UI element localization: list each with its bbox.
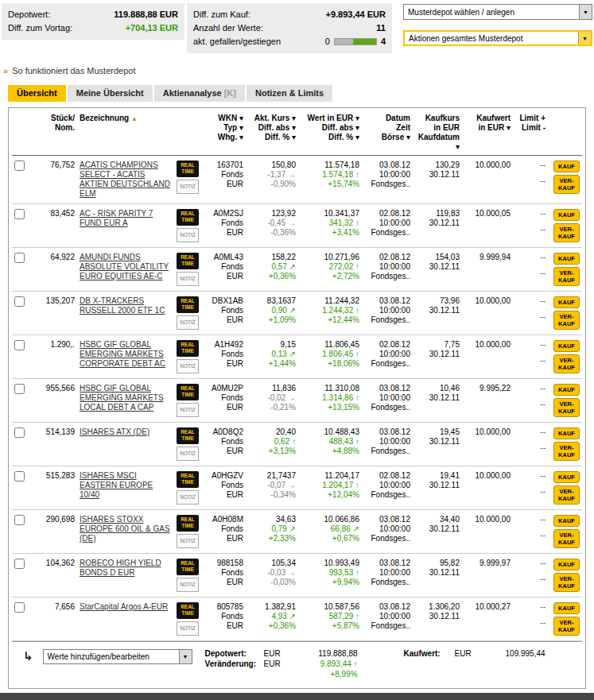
header-datum[interactable]: DatumZeitBörse ▾	[362, 110, 413, 156]
limit-minus-value: --	[515, 531, 545, 540]
gauge-label: akt. gefallen/gestiegen	[193, 35, 281, 48]
row-checkbox[interactable]	[14, 340, 25, 350]
header-kaufwert[interactable]: Kaufwertin EUR ▾	[462, 110, 513, 156]
tab-notizen-limits[interactable]: Notizen & Limits	[247, 85, 332, 102]
row-checkbox[interactable]	[14, 160, 25, 171]
header-bezeichnung[interactable]: Bezeichnung ▲	[77, 110, 174, 156]
kauf-button[interactable]: KAUF	[553, 253, 580, 265]
chevron-down-icon[interactable]: ▼	[179, 650, 192, 663]
notiz-icon[interactable]: NOTIZ	[177, 621, 199, 636]
notiz-icon[interactable]: NOTIZ	[177, 403, 199, 417]
kauf-button[interactable]: KAUF	[553, 384, 580, 396]
instrument-link[interactable]: StarCapital Argos A-EUR	[80, 602, 168, 611]
zeit-value: 10:00:00	[364, 170, 410, 180]
realtime-icon[interactable]: REAL TIME	[177, 340, 199, 357]
instrument-link[interactable]: DB X-TRACKERS RUSSELL 2000 ETF 1C	[80, 296, 165, 315]
verkauf-button[interactable]: VER-KAUF	[553, 398, 580, 417]
kurs-diff-abs: -1,37 →	[248, 170, 296, 180]
row-checkbox[interactable]	[14, 209, 25, 219]
header-kaufkurs[interactable]: Kaufkursin EURKaufdatum ▾	[413, 110, 462, 156]
instrument-link[interactable]: ACATIS CHAMPIONS SELECT - ACATIS AKTIEN …	[80, 160, 170, 198]
musterdepot-select[interactable]: Musterdepot wählen / anlegen ▼	[403, 4, 592, 20]
kauf-button[interactable]: KAUF	[553, 209, 580, 221]
realtime-icon[interactable]: REAL TIME	[177, 384, 199, 400]
typ-value: Fonds	[204, 350, 243, 359]
notiz-icon[interactable]: NOTIZ	[177, 180, 199, 194]
notiz-icon[interactable]: NOTIZ	[177, 490, 199, 505]
row-checkbox[interactable]	[14, 602, 25, 613]
aktionen-select[interactable]: Aktionen gesamtes Musterdepot ▼	[403, 30, 592, 46]
datum-value: 03.08.12	[364, 602, 410, 612]
verkauf-button[interactable]: VER-KAUF	[553, 442, 580, 461]
stueck-value: 104,362	[31, 554, 77, 598]
verkauf-button[interactable]: VER-KAUF	[553, 573, 580, 592]
row-checkbox[interactable]	[14, 384, 25, 394]
instrument-link[interactable]: ISHARES STOXX EUROPE 600 OIL & GAS (DE)	[80, 515, 170, 543]
kauf-button[interactable]: KAUF	[553, 427, 580, 439]
realtime-icon[interactable]: REAL TIME	[177, 471, 199, 488]
verkauf-button[interactable]: VER-KAUF	[553, 529, 580, 548]
verkauf-button[interactable]: VER-KAUF	[553, 267, 580, 286]
realtime-icon[interactable]: REAL TIME	[177, 427, 199, 444]
datum-value: 03.08.12	[364, 296, 410, 306]
notiz-icon[interactable]: NOTIZ	[177, 578, 199, 592]
row-checkbox[interactable]	[14, 515, 25, 525]
instrument-link[interactable]: AC - RISK PARITY 7 FUND EUR A	[80, 209, 153, 227]
header-akt-kurs[interactable]: Akt. Kurs ▾Diff. abs ▾Diff. % ▾	[246, 110, 298, 156]
help-link-text[interactable]: So funktioniert das Musterdepot	[12, 66, 135, 75]
instrument-link[interactable]: ISHARES ATX (DE)	[80, 427, 149, 436]
instrument-link[interactable]: ROBECO HIGH YIELD BONDS D EUR	[80, 559, 161, 577]
chevron-down-icon[interactable]: ▼	[579, 5, 592, 19]
notiz-icon[interactable]: NOTIZ	[177, 359, 199, 373]
row-checkbox[interactable]	[14, 559, 25, 569]
row-checkbox[interactable]	[14, 296, 25, 307]
notiz-icon[interactable]: NOTIZ	[177, 272, 199, 286]
verkauf-button[interactable]: VER-KAUF	[553, 485, 580, 505]
notiz-icon[interactable]: NOTIZ	[177, 534, 199, 548]
verkauf-button[interactable]: VER-KAUF	[553, 354, 580, 373]
kauf-button[interactable]: KAUF	[553, 559, 580, 570]
musterdepot-help-link[interactable]: »So funktioniert das Musterdepot	[3, 66, 594, 75]
kurs-diff-pct: -0,03%	[248, 578, 296, 587]
kauf-button[interactable]: KAUF	[553, 160, 580, 172]
footer-veraenderung-value: 9.893,44 ↑	[291, 659, 358, 668]
notiz-icon[interactable]: NOTIZ	[177, 228, 199, 242]
verkauf-button[interactable]: VER-KAUF	[553, 223, 580, 242]
instrument-link[interactable]: AMUNDI FUNDS ABSOLUTE VOLATILITY EURO EQ…	[80, 253, 169, 280]
kaufdatum-value: 30.12.11	[415, 437, 460, 447]
tab-uebersicht[interactable]: Übersicht	[8, 85, 66, 102]
kauf-button[interactable]: KAUF	[553, 602, 580, 614]
notiz-icon[interactable]: NOTIZ	[177, 447, 199, 461]
werte-bearbeiten-select[interactable]: Werte hinzufügen/bearbeiten ▼	[43, 649, 192, 664]
wert-value: 10.066,86	[301, 515, 359, 524]
verkauf-button[interactable]: VER-KAUF	[553, 617, 580, 636]
tab-aktienanalyse[interactable]: Aktienanalyse[K]	[154, 85, 245, 102]
kauf-button[interactable]: KAUF	[553, 296, 580, 308]
instrument-link[interactable]: ISHARES MSCI EASTERN EUROPE 10/40	[80, 471, 153, 499]
header-stueck[interactable]: Stück/Nom.	[31, 110, 77, 156]
kauf-button[interactable]: KAUF	[553, 340, 580, 352]
realtime-icon[interactable]: REAL TIME	[177, 296, 199, 313]
realtime-icon[interactable]: REAL TIME	[177, 160, 199, 177]
realtime-icon[interactable]: REAL TIME	[177, 253, 199, 269]
row-checkbox[interactable]	[14, 427, 25, 438]
tab-meine-uebersicht[interactable]: Meine Übersicht	[68, 85, 153, 102]
kurs-diff-pct: -0,34%	[248, 490, 296, 500]
realtime-icon[interactable]: REAL TIME	[177, 515, 199, 532]
row-checkbox[interactable]	[14, 471, 25, 481]
realtime-icon[interactable]: REAL TIME	[177, 559, 199, 575]
notiz-icon[interactable]: NOTIZ	[177, 315, 199, 330]
realtime-icon[interactable]: REAL TIME	[177, 209, 199, 226]
chevron-down-icon[interactable]: ▼	[578, 32, 591, 44]
kauf-button[interactable]: KAUF	[553, 471, 580, 483]
header-wert[interactable]: Wert in EUR ▾Diff. abs ▾Diff. % ▾	[298, 110, 362, 156]
realtime-icon[interactable]: REAL TIME	[177, 602, 199, 619]
header-wkn[interactable]: WKN ▾Typ ▾Whg. ▾	[201, 110, 246, 156]
kauf-button[interactable]: KAUF	[553, 515, 580, 527]
verkauf-button[interactable]: VER-KAUF	[553, 311, 580, 330]
verkauf-button[interactable]: VER-KAUF	[553, 175, 580, 194]
footer-veraenderung-pct: +8,99%	[291, 670, 358, 679]
row-checkbox[interactable]	[14, 253, 25, 263]
instrument-link[interactable]: HSBC GIF GLOBAL EMERGING MARKETS CORPORA…	[80, 340, 165, 368]
instrument-link[interactable]: HSBC GIF GLOBAL EMERGING MARKETS LOCAL D…	[80, 384, 164, 412]
